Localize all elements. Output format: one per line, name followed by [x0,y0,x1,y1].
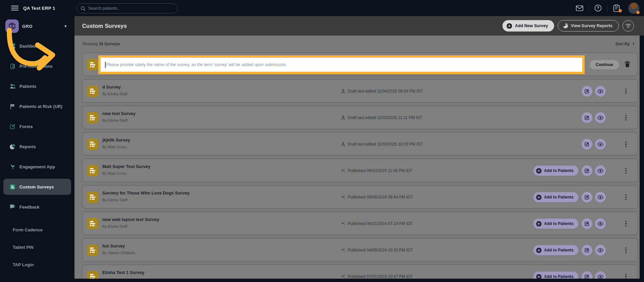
sidebar-item-custom-surveys[interactable]: Custom Surveys [0,177,74,197]
edit-icon [584,168,590,173]
preview-button[interactable] [595,192,606,203]
eye-icon [597,195,603,200]
survey-status-text: Draft last edited 11/03/2025 11:11 PM IS… [348,115,422,120]
workspace-selector[interactable]: GRO ▼ [0,19,74,34]
sidebar-item-engagement-app[interactable]: Engagement App [0,157,74,177]
feedback-icon [9,204,16,210]
survey-status-text: Draft last edited 11/03/2025 10:20 PM IS… [348,142,423,147]
workspace-logo-icon [5,19,19,33]
kebab-menu-icon[interactable] [624,271,628,279]
sidebar-item-forms[interactable]: Forms [0,116,74,136]
sidebar-item-patients[interactable]: Patients [0,76,74,96]
search-bar[interactable] [76,3,178,13]
add-to-patients-button[interactable]: Add to Patients [533,219,578,229]
edit-icon [584,142,590,147]
view-survey-reports-button[interactable]: View Survey Reports [558,20,619,32]
sidebar-item-dashboard[interactable]: Dashboard [0,36,74,56]
edit-button[interactable] [582,112,592,123]
patients-icon [9,83,16,90]
preview-button[interactable] [595,112,606,123]
list-meta: Showing 16 Surveys Sort By ▼ [74,42,640,46]
edit-button[interactable] [582,165,592,176]
add-to-patients-button[interactable]: Add to Patients [533,272,578,279]
user-avatar[interactable] [628,3,639,14]
sidebar-item-label: Patients at Risk (UR) [19,104,62,109]
kebab-menu-icon[interactable] [624,86,628,97]
preview-button[interactable] [595,245,606,256]
survey-title: Survery for Those Who Love Dogs Survey [102,190,190,195]
topbar-actions: ? [575,0,644,16]
survey-name-input[interactable] [101,58,582,72]
add-to-patients-button[interactable]: Add to Patients [533,192,578,202]
draft-icon [341,115,345,120]
eye-icon [597,142,603,147]
edit-button[interactable] [582,192,592,203]
pie-chart-icon [563,23,568,29]
survey-icon [87,165,98,176]
survey-icon [87,218,98,229]
sidebar-item-label: Dashboard [19,44,42,49]
preview-button[interactable] [595,218,606,229]
sidebar-item-patients-at-risk-ur[interactable]: Patients at Risk (UR) [0,96,74,116]
edit-button[interactable] [582,86,592,97]
kebab-menu-icon[interactable] [624,139,628,150]
survey-title: Matt Super Test Survey [102,164,151,169]
survey-author: By Elisha Staff [102,92,127,96]
survey-status-text: Published 09/09/2024 09:44 PM IDT [348,195,413,200]
eye-icon [597,89,603,94]
survey-row: Elisha Test 1 SurveyPublished 07/07/2024… [82,265,638,279]
sidebar-item-tablet-pin[interactable]: Tablet PIN [0,238,74,256]
survey-author: By Matt Cross [102,145,126,149]
sidebar-item-tap-login[interactable]: TAP Login [0,256,74,273]
preview-button[interactable] [595,86,606,97]
preview-button[interactable] [595,139,606,150]
filter-button[interactable] [623,20,634,32]
survey-author: By Matt Cross [102,171,126,175]
workspace-name: GRO [22,24,33,29]
kebab-menu-icon[interactable] [624,192,628,203]
search-input[interactable] [88,6,169,11]
sidebar-item-pre-admissions[interactable]: Pre-Admissions [0,56,74,76]
add-to-patients-button[interactable]: Add to Patients [533,245,578,255]
sidebar-item-feedback[interactable]: Feedback [0,197,74,217]
continue-button[interactable]: Continue [590,60,619,69]
survey-title: fun Survey [102,243,125,248]
edit-button[interactable] [582,245,592,256]
kebab-menu-icon[interactable] [624,245,628,256]
page-title: Custom Surveys [82,23,127,29]
preview-button[interactable] [595,165,606,176]
sidebar-item-reports[interactable]: Reports [0,136,74,157]
edit-button[interactable] [582,218,592,229]
eye-icon [597,275,603,279]
edit-button[interactable] [582,139,592,150]
survey-status-text: Published 09/10/2025 11:45 PM IDT [348,168,413,173]
kebab-menu-icon[interactable] [624,112,628,123]
survey-title: new web layout test Survey [102,217,159,222]
row-actions: Add to Patients [533,265,638,279]
preview-button[interactable] [595,271,606,279]
trash-icon[interactable] [624,61,631,68]
clipboard-icon[interactable] [612,4,621,12]
edit-button[interactable] [582,271,592,279]
survey-icon [87,271,98,279]
edit-icon [584,89,590,94]
add-new-survey-button[interactable]: Add New Survey [502,20,554,32]
add-to-patients-button[interactable]: Add to Patients [533,166,578,176]
survey-status-text: Published 08/21/2024 07:24 PM IDT [348,221,413,226]
kebab-menu-icon[interactable] [624,218,628,229]
published-icon [341,248,345,252]
mail-icon[interactable] [575,4,584,12]
help-icon[interactable]: ? [594,4,602,12]
survey-row: fun SurveyBy Yamini ChitikelaPublished 0… [82,238,638,262]
survey-status-text: Draft last edited 11/04/2025 09:43 PM IS… [348,89,423,94]
kebab-menu-icon[interactable] [624,165,628,176]
published-icon [341,195,345,200]
sidebar-item-form-cadence[interactable]: Form Cadence [0,221,74,238]
survey-status-text: Published 04/09/2024 10:33 PM IDT [348,248,413,252]
menu-icon[interactable] [11,4,18,12]
edit-icon [584,247,590,253]
survey-row-list: d SurveyBy Elisha StaffDraft last edited… [82,79,638,279]
sort-by-dropdown[interactable]: Sort By ▼ [615,42,635,46]
row-actions: Add to Patients [533,212,638,235]
flag-icon [9,103,16,110]
